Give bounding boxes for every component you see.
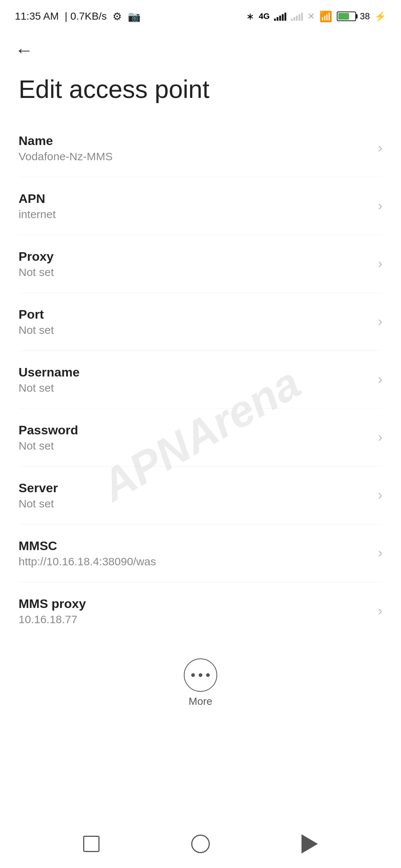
settings-value-password: Not set [19,440,371,452]
settings-label-proxy: Proxy [19,249,371,264]
settings-value-proxy: Not set [19,266,371,279]
nav-triangle-icon [301,834,318,854]
bottom-nav [0,820,401,868]
settings-value-port: Not set [19,324,371,336]
nav-back[interactable]: ← [0,30,401,67]
settings-value-apn: internet [19,208,371,221]
settings-label-name: Name [19,134,371,148]
more-button-area[interactable]: More [0,647,401,719]
signal-4g-icon: 4G [259,11,270,21]
signal-bars-1 [274,12,286,21]
speed-display: | 0.7KB/s [65,10,107,22]
more-dots [191,673,210,677]
bluetooth-icon: ∗ [246,11,254,22]
status-bar: 11:35 AM | 0.7KB/s ⚙ 📷 ∗ 4G ✕ 📶 38 [0,0,401,30]
settings-label-apn: APN [19,191,371,206]
settings-item-username[interactable]: Username Not set › [19,351,382,409]
settings-value-server: Not set [19,497,371,510]
settings-item-mms-proxy[interactable]: MMS proxy 10.16.18.77 › [19,582,382,640]
more-circle-icon[interactable] [184,658,217,692]
chevron-icon-username: › [378,372,382,387]
settings-value-mmsc: http://10.16.18.4:38090/was [19,555,371,568]
settings-label-server: Server [19,481,371,495]
settings-label-mms-proxy: MMS proxy [19,596,371,611]
time-display: 11:35 AM [15,10,59,22]
more-dot-1 [191,673,195,677]
settings-item-apn[interactable]: APN internet › [19,177,382,235]
nav-square-icon [83,836,100,852]
settings-value-username: Not set [19,382,371,394]
settings-label-username: Username [19,365,371,379]
settings-item-proxy[interactable]: Proxy Not set › [19,235,382,293]
wifi-icon: 📶 [319,10,332,23]
chevron-icon-mms-proxy: › [378,603,382,619]
chevron-icon-proxy: › [378,256,382,272]
nav-home-button[interactable] [83,836,100,852]
battery-percent: 38 [360,11,370,22]
battery-indicator: 38 [337,11,370,22]
nav-circle-icon [191,835,210,853]
status-right: ∗ 4G ✕ 📶 38 ⚡ [246,10,386,23]
chevron-icon-name: › [378,140,382,156]
charging-icon: ⚡ [374,11,386,22]
no-signal-icon: ✕ [307,11,315,22]
settings-item-server[interactable]: Server Not set › [19,467,382,525]
settings-item-mmsc[interactable]: MMSC http://10.16.18.4:38090/was › [19,525,382,582]
settings-item-password[interactable]: Password Not set › [19,409,382,467]
settings-value-mms-proxy: 10.16.18.77 [19,613,371,626]
more-dot-3 [206,673,210,677]
nav-recents-button[interactable] [301,834,318,854]
settings-label-password: Password [19,423,371,437]
settings-item-name[interactable]: Name Vodafone-Nz-MMS › [19,119,382,177]
settings-label-port: Port [19,307,371,322]
more-label: More [189,696,212,707]
chevron-icon-password: › [378,430,382,445]
camera-icon: 📷 [128,10,141,23]
settings-icon: ⚙ [113,10,122,23]
back-arrow-icon[interactable]: ← [15,41,33,59]
chevron-icon-port: › [378,314,382,329]
nav-back-button[interactable] [191,835,210,853]
settings-list: Name Vodafone-Nz-MMS › APN internet › Pr… [0,119,401,640]
settings-item-port[interactable]: Port Not set › [19,293,382,351]
settings-value-name: Vodafone-Nz-MMS [19,150,371,163]
more-dot-2 [199,673,202,677]
page-title: Edit access point [0,67,401,119]
chevron-icon-server: › [378,487,382,503]
chevron-icon-apn: › [378,198,382,214]
chevron-icon-mmsc: › [378,545,382,561]
status-left: 11:35 AM | 0.7KB/s ⚙ 📷 [15,10,141,23]
signal-bars-2 [291,12,303,21]
settings-label-mmsc: MMSC [19,539,371,553]
